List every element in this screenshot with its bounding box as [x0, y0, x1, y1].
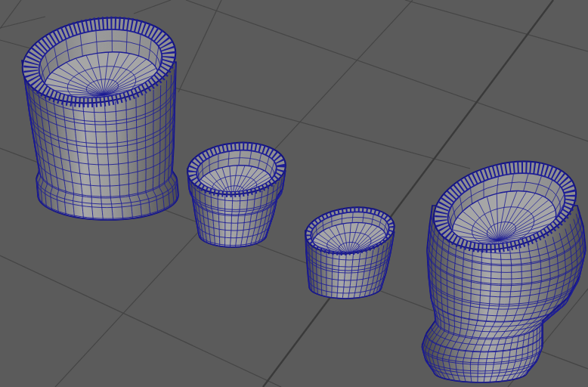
viewport-canvas[interactable] — [0, 0, 588, 387]
mesh-large-cup[interactable] — [17, 8, 181, 220]
3d-viewport[interactable] — [0, 0, 588, 387]
